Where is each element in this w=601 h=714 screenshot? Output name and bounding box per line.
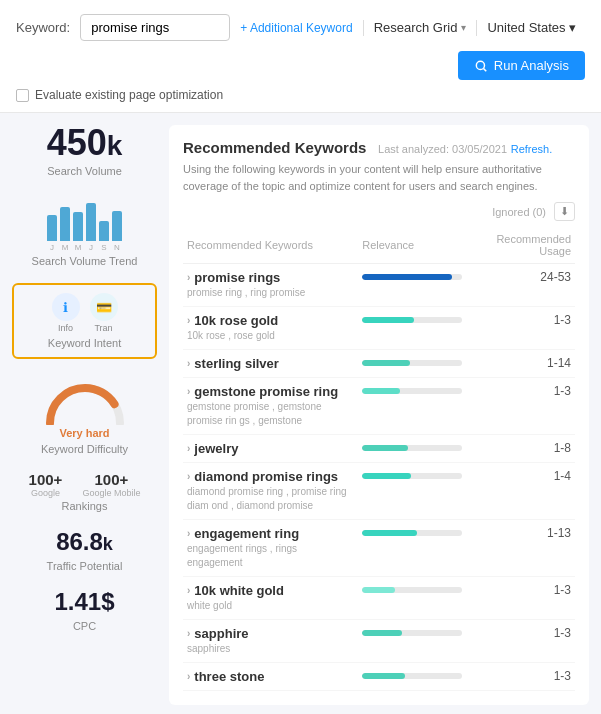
- kw-usage-cell: 1-3: [478, 663, 575, 691]
- bar-j: [47, 215, 57, 241]
- table-row: › engagement ring engagement rings , rin…: [183, 520, 575, 577]
- kw-relevance-cell: [358, 307, 478, 350]
- bar-chart: [12, 199, 157, 241]
- refresh-link[interactable]: Refresh.: [511, 143, 553, 155]
- traffic-label: Traffic Potential: [12, 560, 157, 572]
- expand-icon[interactable]: ›: [187, 628, 190, 639]
- intent-title: Keyword Intent: [22, 337, 147, 349]
- rec-description: Using the following keywords in your con…: [183, 161, 575, 194]
- table-row: › diamond promise rings diamond promise …: [183, 463, 575, 520]
- relevance-bar-fill: [362, 630, 402, 636]
- ignored-row: Ignored (0) ⬇: [183, 202, 575, 221]
- relevance-bar-fill: [362, 274, 452, 280]
- right-panel: Recommended Keywords Last analyzed: 03/0…: [169, 125, 589, 705]
- kw-relevance-cell: [358, 463, 478, 520]
- relevance-bar-track: [362, 673, 462, 679]
- expand-icon[interactable]: ›: [187, 671, 190, 682]
- relevance-bar-track: [362, 445, 462, 451]
- relevance-bar-track: [362, 630, 462, 636]
- relevance-bar-track: [362, 473, 462, 479]
- keyword-label: Keyword:: [16, 20, 70, 35]
- evaluate-label: Evaluate existing page optimization: [35, 88, 223, 102]
- expand-icon[interactable]: ›: [187, 386, 190, 397]
- search-icon: [474, 59, 488, 73]
- divider2: [476, 20, 477, 36]
- expand-icon[interactable]: ›: [187, 443, 190, 454]
- chevron-down-icon: ▾: [461, 22, 466, 33]
- rank-mobile-label: Google Mobile: [82, 488, 140, 498]
- bar-n: [112, 211, 122, 241]
- intent-tran-label: Tran: [94, 323, 112, 333]
- table-row: › 10k rose gold 10k rose , rose gold 1-3: [183, 307, 575, 350]
- chart-label-m2: M: [73, 243, 83, 252]
- chart-labels: J M M J S N: [12, 243, 157, 252]
- header: Keyword: Additional Keyword Research Gri…: [0, 0, 601, 113]
- rank-google: 100+ Google: [29, 471, 63, 498]
- relevance-bar-track: [362, 317, 462, 323]
- cpc-block: 1.41$ CPC: [12, 588, 157, 632]
- relevance-bar-fill: [362, 673, 405, 679]
- expand-icon[interactable]: ›: [187, 471, 190, 482]
- kw-usage-cell: 1-8: [478, 435, 575, 463]
- chart-label-n: N: [112, 243, 122, 252]
- relevance-bar-track: [362, 530, 462, 536]
- cpc-value: 1.41$: [12, 588, 157, 616]
- main-content: 450k Search Volume J M M J S N Sear: [0, 113, 601, 705]
- download-button[interactable]: ⬇: [554, 202, 575, 221]
- table-row: › 10k white gold white gold 1-3: [183, 577, 575, 620]
- traffic-value: 86.8k: [12, 528, 157, 556]
- table-row: › promise rings promise ring , ring prom…: [183, 264, 575, 307]
- kw-usage-cell: 1-14: [478, 350, 575, 378]
- search-volume-trend-block: J M M J S N Search Volume Trend: [12, 193, 157, 267]
- traffic-block: 86.8k Traffic Potential: [12, 528, 157, 572]
- rank-mobile-value: 100+: [82, 471, 140, 488]
- add-keyword-button[interactable]: Additional Keyword: [240, 21, 352, 35]
- relevance-bar-fill: [362, 317, 414, 323]
- relevance-bar-track: [362, 388, 462, 394]
- col-usage: Recommended Usage: [478, 227, 575, 264]
- keyword-input[interactable]: [80, 14, 230, 41]
- divider: [363, 20, 364, 36]
- relevance-bar-fill: [362, 587, 395, 593]
- sidebar: 450k Search Volume J M M J S N Sear: [12, 125, 157, 705]
- relevance-bar-fill: [362, 473, 411, 479]
- kw-relevance-cell: [358, 350, 478, 378]
- chart-label-s: S: [99, 243, 109, 252]
- evaluate-checkbox[interactable]: [16, 89, 29, 102]
- expand-icon[interactable]: ›: [187, 358, 190, 369]
- kw-name: engagement ring: [194, 526, 299, 541]
- kw-name: 10k white gold: [194, 583, 284, 598]
- expand-icon[interactable]: ›: [187, 315, 190, 326]
- kw-sub: white gold: [187, 599, 354, 613]
- kw-name: sapphire: [194, 626, 248, 641]
- last-analyzed: Last analyzed: 03/05/2021: [378, 143, 507, 155]
- rank-google-value: 100+: [29, 471, 63, 488]
- kw-usage-cell: 1-3: [478, 577, 575, 620]
- run-analysis-button[interactable]: Run Analysis: [458, 51, 585, 80]
- relevance-bar-fill: [362, 388, 400, 394]
- kw-name: promise rings: [194, 270, 280, 285]
- rec-title: Recommended Keywords: [183, 139, 366, 156]
- bar-j2: [86, 203, 96, 241]
- difficulty-arc: [40, 375, 130, 425]
- kw-usage-cell: 1-13: [478, 520, 575, 577]
- expand-icon[interactable]: ›: [187, 272, 190, 283]
- search-volume-label: Search Volume: [12, 165, 157, 177]
- kw-name-cell: › gemstone promise ring gemstone promise…: [183, 378, 358, 435]
- kw-name-cell: › three stone: [183, 663, 358, 691]
- cpc-label: CPC: [12, 620, 157, 632]
- united-states-button[interactable]: United States ▾: [487, 20, 576, 35]
- research-grid-button[interactable]: Research Grid ▾: [374, 20, 467, 35]
- expand-icon[interactable]: ›: [187, 585, 190, 596]
- table-row: › three stone 1-3: [183, 663, 575, 691]
- expand-icon[interactable]: ›: [187, 528, 190, 539]
- chart-label-j: J: [47, 243, 57, 252]
- kw-name-cell: › jewelry: [183, 435, 358, 463]
- kw-relevance-cell: [358, 520, 478, 577]
- rankings-label: Rankings: [12, 500, 157, 512]
- kw-name-cell: › engagement ring engagement rings , rin…: [183, 520, 358, 577]
- kw-name-cell: › 10k rose gold 10k rose , rose gold: [183, 307, 358, 350]
- kw-name: diamond promise rings: [194, 469, 338, 484]
- search-volume-value: 450k: [12, 125, 157, 161]
- svg-line-1: [483, 68, 486, 71]
